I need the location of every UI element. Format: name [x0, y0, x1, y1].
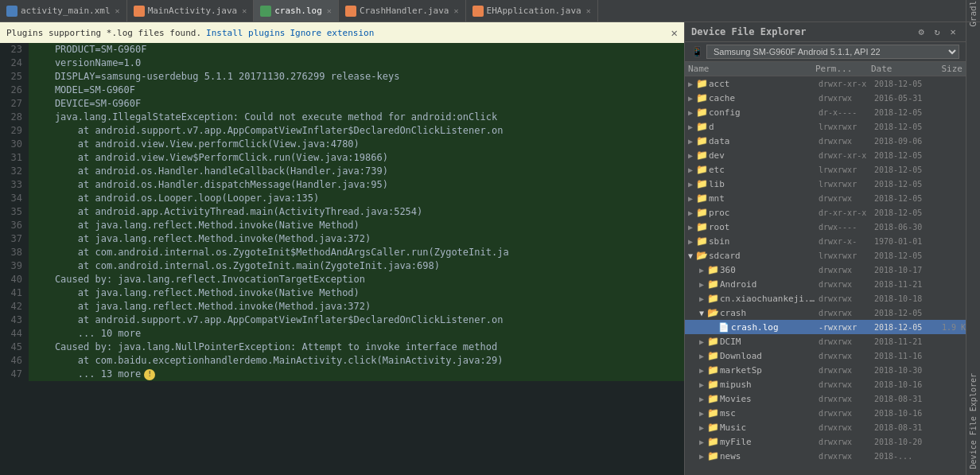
folder-icon: 📁: [707, 264, 720, 275]
perm-value: drwxrwx: [819, 294, 874, 303]
date-value: 2018-12-05: [874, 151, 938, 160]
close-icon[interactable]: ✕: [453, 6, 458, 15]
file-name: Music: [720, 422, 819, 433]
tab-main-activity[interactable]: MainActivity.java ✕: [127, 0, 255, 21]
expand-arrow: ▶: [685, 108, 696, 117]
close-icon[interactable]: ✕: [586, 6, 591, 15]
device-panel-title: Device File Explorer: [691, 26, 807, 37]
ignore-extension-link[interactable]: Ignore extension: [290, 28, 374, 38]
folder-icon: 📁: [707, 407, 720, 419]
folder-icon: 📂: [696, 250, 709, 261]
date-value: 2018-12-05: [874, 323, 938, 332]
tree-item-msc[interactable]: ▶ 📁 msc drwxrwx 2018-10-16: [685, 406, 966, 420]
settings-icon[interactable]: ⚙: [915, 25, 928, 38]
file-icon: 📄: [718, 322, 731, 333]
device-file-explorer-panel: Device File Explorer ⚙ ↻ ✕ 📱 Samsung SM-…: [684, 22, 966, 475]
date-value: 2018-12-05: [874, 80, 938, 88]
code-line: 33 at android.os.Handler.dispatchMessage…: [0, 178, 684, 192]
file-name: dev: [709, 150, 819, 161]
folder-icon: 📁: [696, 121, 709, 132]
expand-arrow: ▶: [696, 280, 707, 289]
code-line: 39 at com.android.internal.os.ZygoteInit…: [0, 259, 684, 273]
tree-item-acct[interactable]: ▶ 📁 acct drwxr-xr-x 2018-12-05: [685, 76, 966, 91]
file-name: Movies: [720, 394, 819, 404]
tree-item-crash-log-file[interactable]: 📄 crash.log -rwxrwxr 2018-12-05 1.9 K: [685, 320, 966, 334]
tree-item-data[interactable]: ▶ 📁 data drwxrwx 2018-09-06: [685, 134, 966, 148]
expand-arrow: ▶: [696, 266, 707, 274]
perm-value: lrwxrwxr: [819, 180, 874, 189]
install-plugins-link[interactable]: Install plugins: [206, 28, 285, 38]
gradle-panel[interactable]: Gradle: [966, 0, 980, 21]
expand-arrow: ▶: [685, 94, 696, 103]
tab-activity-main[interactable]: activity_main.xml ✕: [0, 0, 127, 21]
file-name: cn.xiaochuankeji.tie: [720, 294, 819, 304]
col-date-header: Date: [871, 64, 935, 74]
perm-value: drwxrwx: [819, 194, 874, 203]
date-value: 2018-10-16: [874, 409, 938, 418]
tree-item-360[interactable]: ▶ 📁 360 drwxrwx 2018-10-17: [685, 263, 966, 277]
code-line: 47 ... 13 more !: [0, 368, 684, 381]
perm-value: drwx----: [819, 223, 874, 232]
tree-item-config[interactable]: ▶ 📁 config dr-x---- 2018-12-05: [685, 105, 966, 119]
tab-crash-log[interactable]: crash.log ✕: [254, 0, 339, 21]
folder-icon: 📁: [696, 164, 709, 175]
tree-item-sdcard[interactable]: ▼ 📂 sdcard lrwxrwxr 2018-12-05: [685, 248, 966, 263]
tree-item-crash[interactable]: ▼ 📂 crash drwxrwx 2018-12-05: [685, 306, 966, 320]
folder-icon: 📂: [707, 307, 720, 318]
tree-item-mipush[interactable]: ▶ 📁 mipush drwxrwx 2018-10-16: [685, 377, 966, 391]
sync-icon[interactable]: ↻: [931, 25, 943, 38]
tree-item-movies[interactable]: ▶ 📁 Movies drwxrwx 2018-08-31: [685, 391, 966, 406]
tab-eh-application[interactable]: EHApplication.java ✕: [466, 0, 598, 21]
right-sidebar: Device File Explorer: [966, 22, 980, 475]
code-line: 35 at android.app.ActivityThread.main(Ac…: [0, 205, 684, 219]
tree-item-cache[interactable]: ▶ 📁 cache drwxrwx 2016-05-31: [685, 91, 966, 105]
close-icon[interactable]: ✕: [327, 6, 332, 15]
device-selector-dropdown[interactable]: Samsung SM-G960F Android 5.1.1, API 22: [706, 45, 959, 59]
code-area[interactable]: 23 PRODUCT=SM-G960F 24 versionName=1.0 2…: [0, 43, 684, 475]
tree-item-cn-xiaochuankeji[interactable]: ▶ 📁 cn.xiaochuankeji.tie drwxrwx 2018-10…: [685, 291, 966, 306]
device-file-explorer-sidebar-label[interactable]: Device File Explorer: [969, 370, 978, 472]
folder-icon: 📁: [707, 422, 720, 433]
tree-item-download[interactable]: ▶ 📁 Download drwxrwx 2018-11-16: [685, 348, 966, 363]
warning-icon: !: [144, 369, 155, 380]
tree-item-android[interactable]: ▶ 📁 Android drwxrwx 2018-11-21: [685, 277, 966, 291]
code-line: 27 DEVICE=SM-G960F: [0, 97, 684, 111]
tree-item-proc[interactable]: ▶ 📁 proc dr-xr-xr-x 2018-12-05: [685, 205, 966, 220]
tree-item-dev[interactable]: ▶ 📁 dev drwxr-xr-x 2018-12-05: [685, 148, 966, 162]
perm-value: dr-x----: [819, 108, 874, 117]
file-name: sdcard: [709, 251, 819, 261]
java-icon: [472, 6, 484, 17]
col-size-header: Size: [935, 64, 962, 74]
close-icon[interactable]: ✕: [242, 6, 247, 15]
perm-value: lrwxrwxr: [819, 251, 874, 260]
phone-icon: 📱: [691, 46, 703, 57]
code-line: 31 at android.view.View$PerformClick.run…: [0, 151, 684, 165]
file-tree[interactable]: ▶ 📁 acct drwxr-xr-x 2018-12-05 ▶ 📁 cache…: [685, 76, 966, 475]
file-name: crash: [720, 308, 819, 318]
close-panel-icon[interactable]: ✕: [947, 25, 959, 38]
tree-item-news[interactable]: ▶ 📁 news drwxrwx 2018-...: [685, 449, 966, 463]
expand-arrow: ▶: [696, 438, 707, 446]
code-line: 32 at android.os.Handler.handleCallback(…: [0, 165, 684, 178]
tree-item-mnt[interactable]: ▶ 📁 mnt drwxrwx 2018-12-05: [685, 191, 966, 205]
tree-item-etc[interactable]: ▶ 📁 etc lrwxrwxr 2018-12-05: [685, 162, 966, 177]
close-icon[interactable]: ✕: [115, 6, 120, 15]
tree-item-myfile[interactable]: ▶ 📁 myFile drwxrwx 2018-10-20: [685, 434, 966, 449]
perm-value: drwxrwx: [819, 94, 874, 103]
file-name: msc: [720, 408, 819, 419]
tab-crash-handler[interactable]: CrashHandler.java ✕: [339, 0, 466, 21]
tree-item-music[interactable]: ▶ 📁 Music drwxrwx 2018-08-31: [685, 420, 966, 434]
file-name: d: [709, 122, 819, 132]
tab-label: MainActivity.java: [148, 6, 238, 16]
tree-item-lib[interactable]: ▶ 📁 lib lrwxrwxr 2018-12-05: [685, 177, 966, 191]
file-name: Download: [720, 351, 819, 361]
folder-icon: 📁: [696, 193, 709, 204]
tree-item-dcim[interactable]: ▶ 📁 DCIM drwxrwx 2018-11-21: [685, 334, 966, 348]
tree-item-sbin[interactable]: ▶ 📁 sbin drwxr-x- 1970-01-01: [685, 234, 966, 248]
plugin-bar-close[interactable]: ✕: [671, 26, 678, 39]
code-line: 29 at android.support.v7.app.AppCompatVi…: [0, 124, 684, 138]
folder-icon: 📁: [696, 107, 709, 118]
tree-item-root[interactable]: ▶ 📁 root drwx---- 2018-06-30: [685, 220, 966, 234]
tree-item-d[interactable]: ▶ 📁 d lrwxrwxr 2018-12-05: [685, 119, 966, 134]
tree-item-marketsp[interactable]: ▶ 📁 marketSp drwxrwx 2018-10-30: [685, 363, 966, 377]
